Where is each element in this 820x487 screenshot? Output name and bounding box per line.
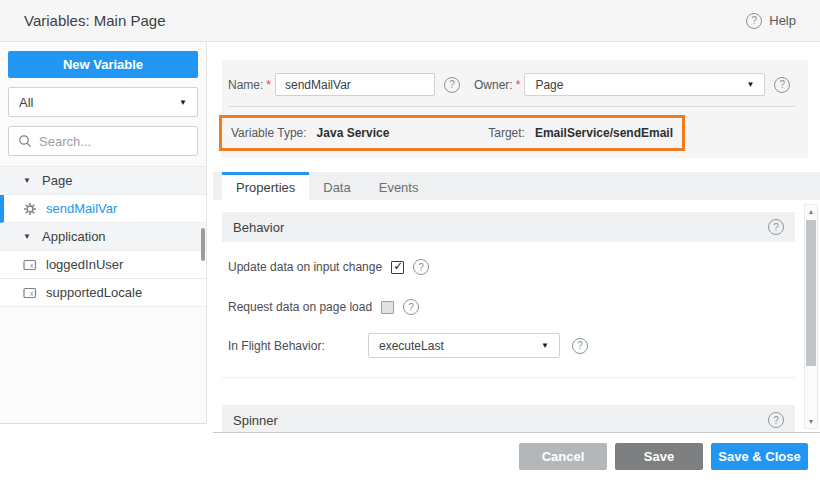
caret-down-icon: ▼ bbox=[23, 232, 33, 241]
spinner-section-title: Spinner bbox=[233, 413, 278, 428]
owner-select[interactable]: Page ▼ bbox=[524, 73, 765, 96]
in-flight-label: In Flight Behavior: bbox=[228, 339, 368, 353]
tree-item-label: loggedInUser bbox=[46, 257, 123, 272]
content-scrollbar[interactable]: ▲ ▼ bbox=[804, 204, 818, 429]
help-label: Help bbox=[769, 13, 796, 28]
variable-icon: x bbox=[23, 286, 37, 300]
request-data-help-icon[interactable]: ? bbox=[403, 299, 419, 315]
tree-group-label: Page bbox=[42, 173, 72, 188]
target-value: EmailService/sendEmail bbox=[535, 126, 673, 140]
tree-item-label: sendMailVar bbox=[46, 201, 117, 216]
update-data-label: Update data on input change bbox=[228, 260, 382, 274]
footer: Cancel Save Save & Close bbox=[0, 433, 820, 487]
owner-value: Page bbox=[535, 78, 563, 92]
search-icon bbox=[18, 134, 32, 148]
variable-type-highlight: Variable Type: Java Service Target: Emai… bbox=[219, 115, 685, 151]
spinner-section: Spinner ? Spinner Context: Search Widget… bbox=[222, 405, 795, 433]
gear-icon bbox=[23, 202, 37, 216]
content-scrollbar-thumb[interactable] bbox=[806, 220, 816, 366]
variable-filter-value: All bbox=[19, 95, 33, 110]
tree-group-page[interactable]: ▼ Page bbox=[0, 167, 206, 195]
request-data-label: Request data on page load bbox=[228, 300, 372, 314]
caret-down-icon: ▼ bbox=[23, 176, 33, 185]
variable-filter-select[interactable]: All ▼ bbox=[8, 87, 198, 117]
update-data-help-icon[interactable]: ? bbox=[413, 259, 429, 275]
divider bbox=[228, 106, 795, 107]
request-data-checkbox[interactable] bbox=[381, 301, 394, 314]
owner-label: Owner: bbox=[474, 78, 513, 92]
tree-group-label: Application bbox=[42, 229, 106, 244]
help-button[interactable]: ? Help bbox=[746, 13, 796, 29]
tree-item-loggedinuser[interactable]: x loggedInUser bbox=[0, 251, 206, 279]
tree-item-sendmailvar[interactable]: sendMailVar bbox=[0, 195, 206, 223]
svg-text:x: x bbox=[30, 290, 34, 297]
search-input[interactable]: Search... bbox=[8, 126, 198, 156]
page-title: Variables: Main Page bbox=[24, 12, 165, 29]
variable-summary-panel: Name: * sendMailVar ? Owner: * Page ▼ ? … bbox=[222, 60, 808, 158]
in-flight-behavior-select[interactable]: executeLast ▼ bbox=[368, 333, 560, 358]
spinner-help-icon[interactable]: ? bbox=[768, 412, 784, 428]
properties-scroll-area: Behavior ? Update data on input change ?… bbox=[213, 200, 820, 433]
dropdown-arrow-icon: ▼ bbox=[746, 80, 754, 89]
scroll-down-icon[interactable]: ▼ bbox=[805, 418, 817, 425]
cancel-button[interactable]: Cancel bbox=[519, 443, 607, 470]
owner-help-icon[interactable]: ? bbox=[774, 77, 790, 93]
required-asterisk: * bbox=[516, 78, 521, 92]
save-and-close-button[interactable]: Save & Close bbox=[711, 443, 808, 470]
required-asterisk: * bbox=[266, 78, 271, 92]
save-button[interactable]: Save bbox=[615, 443, 703, 470]
name-help-icon[interactable]: ? bbox=[444, 77, 460, 93]
sidebar-scrollbar-thumb[interactable] bbox=[201, 228, 205, 261]
tab-bar: Properties Data Events bbox=[213, 172, 820, 200]
variable-type-value: Java Service bbox=[317, 126, 390, 140]
in-flight-help-icon[interactable]: ? bbox=[572, 338, 588, 354]
dropdown-arrow-icon: ▼ bbox=[179, 98, 187, 107]
header: Variables: Main Page ? Help bbox=[0, 0, 820, 42]
tab-events[interactable]: Events bbox=[365, 172, 433, 200]
dropdown-arrow-icon: ▼ bbox=[541, 341, 549, 350]
search-placeholder: Search... bbox=[39, 134, 91, 149]
tab-data[interactable]: Data bbox=[309, 172, 364, 200]
variable-icon: x bbox=[23, 258, 37, 272]
new-variable-button[interactable]: New Variable bbox=[8, 51, 198, 78]
in-flight-value: executeLast bbox=[379, 339, 444, 353]
name-input[interactable]: sendMailVar bbox=[275, 73, 435, 96]
target-label: Target: bbox=[488, 126, 525, 140]
tree-item-label: supportedLocale bbox=[46, 285, 142, 300]
name-label: Name: bbox=[228, 78, 263, 92]
main-panel: Name: * sendMailVar ? Owner: * Page ▼ ? … bbox=[213, 42, 820, 433]
variable-tree: ▼ Page sendMailVar bbox=[0, 166, 206, 307]
variables-dialog: Variables: Main Page ? Help New Variable… bbox=[0, 0, 820, 487]
scroll-up-icon[interactable]: ▲ bbox=[805, 208, 817, 215]
sidebar: New Variable All ▼ Search... ▼ Page bbox=[0, 42, 207, 424]
variable-type-label: Variable Type: bbox=[231, 126, 307, 140]
svg-text:x: x bbox=[30, 262, 34, 269]
tab-properties[interactable]: Properties bbox=[222, 172, 309, 200]
help-icon: ? bbox=[746, 13, 762, 29]
behavior-help-icon[interactable]: ? bbox=[768, 219, 784, 235]
update-data-checkbox[interactable] bbox=[391, 261, 404, 274]
behavior-section: Behavior ? Update data on input change ?… bbox=[222, 212, 795, 378]
behavior-section-title: Behavior bbox=[233, 220, 284, 235]
tree-item-supportedlocale[interactable]: x supportedLocale bbox=[0, 279, 206, 307]
tree-group-application[interactable]: ▼ Application bbox=[0, 223, 206, 251]
